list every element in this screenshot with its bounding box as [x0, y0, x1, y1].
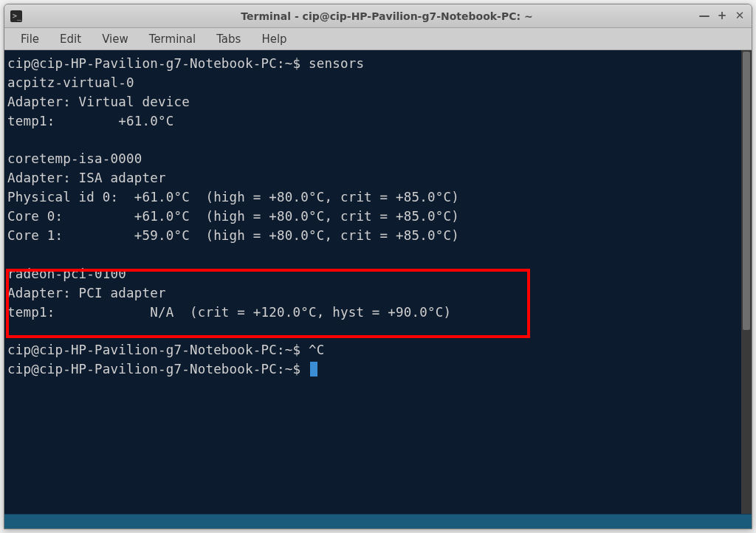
cursor — [310, 362, 317, 376]
menu-edit[interactable]: Edit — [49, 30, 92, 49]
prompt-line-2: cip@cip-HP-Pavilion-g7-Notebook-PC:~$ ^C — [7, 343, 324, 357]
terminal-output[interactable]: cip@cip-HP-Pavilion-g7-Notebook-PC:~$ se… — [4, 50, 741, 514]
svg-text:>_: >_ — [13, 12, 22, 21]
menu-view[interactable]: View — [92, 30, 139, 49]
maximize-button[interactable]: + — [713, 9, 731, 24]
minimize-button[interactable]: — — [695, 9, 713, 24]
terminal-wrap: cip@cip-HP-Pavilion-g7-Notebook-PC:~$ se… — [4, 50, 752, 514]
prompt-line-3: cip@cip-HP-Pavilion-g7-Notebook-PC:~$ — [7, 362, 309, 376]
menubar: File Edit View Terminal Tabs Help — [4, 28, 752, 50]
menu-help[interactable]: Help — [251, 30, 297, 49]
output-line: coretemp-isa-0000 — [7, 151, 142, 166]
menu-tabs[interactable]: Tabs — [206, 30, 251, 49]
menu-file[interactable]: File — [10, 30, 49, 49]
output-line: Adapter: PCI adapter — [7, 286, 166, 300]
output-line: Adapter: Virtual device — [7, 94, 190, 109]
prompt-line-1: cip@cip-HP-Pavilion-g7-Notebook-PC:~$ se… — [7, 56, 364, 71]
terminal-scrollbar[interactable] — [741, 50, 752, 514]
menu-terminal[interactable]: Terminal — [139, 30, 206, 49]
output-line: temp1: N/A (crit = +120.0°C, hyst = +90.… — [7, 305, 451, 320]
output-line: Physical id 0: +61.0°C (high = +80.0°C, … — [7, 190, 459, 204]
output-line: Adapter: ISA adapter — [7, 171, 166, 185]
taskbar-strip — [4, 514, 752, 529]
window-title: Terminal - cip@cip-HP-Pavilion-g7-Notebo… — [28, 10, 746, 22]
titlebar[interactable]: >_ Terminal - cip@cip-HP-Pavilion-g7-Not… — [4, 4, 752, 28]
terminal-window: >_ Terminal - cip@cip-HP-Pavilion-g7-Not… — [4, 4, 752, 529]
close-button[interactable]: ✕ — [731, 9, 749, 24]
scrollbar-thumb[interactable] — [743, 52, 750, 330]
output-line: temp1: +61.0°C — [7, 114, 173, 128]
window-controls: — + ✕ — [695, 9, 749, 24]
terminal-app-icon: >_ — [10, 10, 22, 22]
output-line: Core 1: +59.0°C (high = +80.0°C, crit = … — [7, 228, 459, 243]
output-line: Core 0: +61.0°C (high = +80.0°C, crit = … — [7, 209, 459, 224]
output-line: radeon-pci-0100 — [7, 266, 126, 281]
output-line: acpitz-virtual-0 — [7, 75, 134, 90]
